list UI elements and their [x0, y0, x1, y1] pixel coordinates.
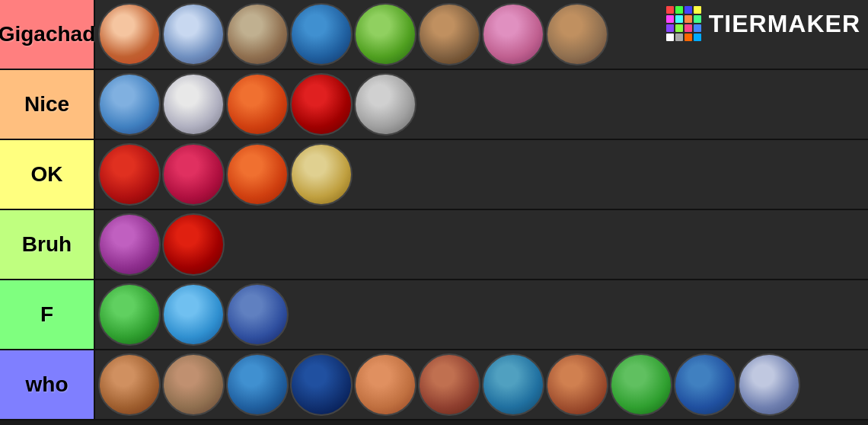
- logo-cell: [675, 24, 683, 32]
- character-miguel-(coco)[interactable]: [98, 353, 161, 416]
- tier-row-nice: Nice: [0, 70, 868, 140]
- logo-cell: [675, 34, 683, 41]
- tier-row-who: who: [0, 350, 868, 420]
- character-carl-fredricksen-(up)[interactable]: [226, 3, 289, 66]
- tier-items-nice: [95, 70, 868, 139]
- tier-items-who: [95, 350, 868, 419]
- character-mike-wazowski[interactable]: [354, 3, 416, 66]
- character-dory[interactable]: [290, 3, 353, 66]
- character-merida-closeup[interactable]: [418, 353, 480, 416]
- logo-cell: [685, 34, 692, 41]
- character-bing-bong[interactable]: [98, 213, 161, 276]
- character-merida-(brave)[interactable]: [354, 353, 416, 416]
- tier-items-ok: [95, 140, 868, 209]
- character-luxo-ball-/-character[interactable]: [354, 73, 416, 136]
- tier-row-f: F: [0, 280, 868, 350]
- logo-cell: [685, 15, 692, 23]
- character-buzz-lightyear2[interactable]: [738, 353, 800, 416]
- maker-text: MAKER: [767, 10, 860, 37]
- logo-cell: [685, 6, 692, 14]
- logo-cell: [694, 15, 701, 23]
- character-mrs-incredible[interactable]: [162, 143, 225, 206]
- character-sadness-(inside-out)[interactable]: [226, 283, 289, 346]
- character-wall-e-robot[interactable]: [418, 3, 480, 66]
- tier-text: TIER: [709, 10, 767, 37]
- logo-cell: [666, 6, 674, 14]
- tier-items-f: [95, 280, 868, 349]
- tier-row-ok: OK: [0, 140, 868, 210]
- logo-cell: [694, 24, 701, 32]
- character-flik-(bug's-life)[interactable]: [98, 73, 161, 136]
- tier-items-bruh: [95, 210, 868, 279]
- character-arlo-(good-dinosaur)[interactable]: [610, 353, 672, 416]
- character-woody[interactable]: [290, 143, 353, 206]
- logo-cell: [666, 24, 674, 32]
- character-character-blue-alien[interactable]: [226, 353, 289, 416]
- character-buzz-lightyear[interactable]: [162, 3, 225, 66]
- logo-cell: [675, 6, 683, 14]
- logo-text: TIERMAKER: [709, 10, 860, 38]
- character-riley-(inside-out)[interactable]: [98, 283, 161, 346]
- character-luca-character[interactable]: [482, 353, 544, 416]
- logo-cell: [694, 6, 701, 14]
- character-anger-shouting[interactable]: [162, 213, 225, 276]
- tier-label-ok: OK: [0, 140, 95, 209]
- character-eve[interactable]: [162, 73, 225, 136]
- character-mr-incredible[interactable]: [98, 3, 161, 66]
- logo-cell: [685, 24, 692, 32]
- logo-cell: [666, 34, 674, 41]
- character-miguel-coco2[interactable]: [546, 353, 608, 416]
- tier-row-bruh: Bruh: [0, 210, 868, 280]
- tier-label-f: F: [0, 280, 95, 349]
- tier-label-bruh: Bruh: [0, 210, 95, 279]
- logo-grid: [666, 6, 701, 41]
- character-mater[interactable]: [546, 3, 608, 66]
- character-soul-character[interactable]: [290, 353, 353, 416]
- tier-list: GigachadNiceOKBruhFwho: [0, 0, 868, 420]
- character-nemo[interactable]: [226, 73, 289, 136]
- tier-label-nice: Nice: [0, 70, 95, 139]
- logo-area: TIERMAKER: [666, 6, 860, 41]
- character-luca[interactable]: [162, 353, 225, 416]
- logo-cell: [675, 15, 683, 23]
- character-joy-(inside-out)[interactable]: [162, 283, 225, 346]
- character-anger-(inside-out)[interactable]: [98, 143, 161, 206]
- character-bing-bong[interactable]: [482, 3, 544, 66]
- character-lightning-mcqueen[interactable]: [290, 73, 353, 136]
- logo-cell: [694, 34, 701, 41]
- character-marlin-(nemo)[interactable]: [226, 143, 289, 206]
- tier-label-who: who: [0, 350, 95, 419]
- logo-cell: [666, 15, 674, 23]
- tier-label-gigachad: Gigachad: [0, 0, 95, 69]
- character-blue-character[interactable]: [674, 353, 736, 416]
